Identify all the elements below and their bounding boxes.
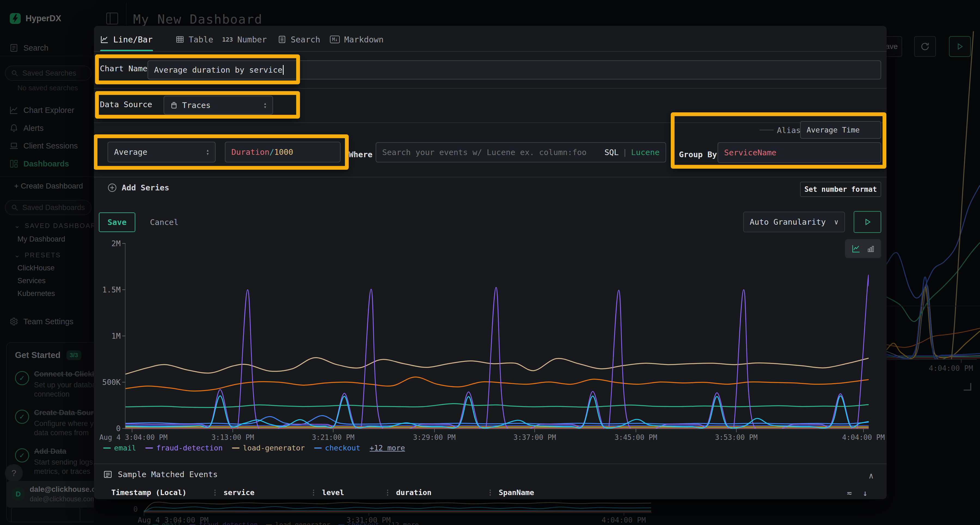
chart-name-input[interactable]: Average duration by service [148, 60, 881, 79]
column-separator[interactable]: ⋮ [310, 488, 317, 496]
download-icon[interactable]: ↓ [863, 488, 867, 498]
chart-legend: emailfraud-detectionload-generatorchecko… [103, 444, 405, 452]
where-placeholder: Search your events w/ Lucene ex. column:… [382, 148, 587, 157]
table-header-spanname[interactable]: SpanName [499, 488, 608, 497]
ytick-label: 2M [95, 239, 121, 248]
legend-label: +12 more [370, 444, 405, 452]
column-separator[interactable]: ⋮ [487, 488, 494, 496]
xtick-mark [535, 429, 535, 432]
xtick-mark [863, 429, 864, 432]
divider [94, 463, 887, 464]
table-header-service[interactable]: service [223, 488, 305, 497]
sample-matched-events-label: Sample Matched Events [118, 470, 218, 479]
tab-label: Line/Bar [113, 35, 153, 44]
aggregation-value: Average [114, 148, 147, 157]
data-source-select[interactable]: Traces ▴▾ [164, 96, 273, 114]
chart-name-value: Average duration by service [154, 65, 282, 75]
sample-matched-events-header[interactable]: Sample Matched Events [103, 470, 218, 479]
tab-label: Markdown [344, 35, 383, 44]
divider [94, 122, 887, 123]
alias-input[interactable]: Average Time [800, 121, 881, 139]
collapse-chevron-icon[interactable]: ∧ [869, 471, 873, 481]
series-email [125, 404, 869, 408]
set-number-format-label: Set number format [804, 185, 877, 194]
list-doc-icon [278, 35, 286, 44]
legend-item-email[interactable]: email [103, 444, 136, 452]
series-fraud-detection [125, 275, 869, 428]
ytick-mark [122, 382, 126, 382]
filter-icon[interactable]: ≂ [847, 488, 851, 498]
field-expression-input[interactable]: Duration/1000 [225, 142, 340, 162]
field-name: Duration [231, 148, 269, 157]
tab-label: Search [291, 35, 320, 44]
divider [94, 88, 887, 89]
tab-table[interactable]: Table [176, 32, 213, 47]
xtick-label: 3:37:00 PM [502, 433, 567, 441]
aggregation-select[interactable]: Average ▴▾ [108, 142, 216, 162]
save-label: Save [108, 217, 127, 227]
database-icon [170, 101, 178, 109]
group-by-value: ServiceName [724, 148, 776, 157]
events-table-header: Timestamp (Local)⋮service⋮level⋮duration… [111, 488, 846, 497]
granularity-select[interactable]: Auto Granularity ∨ [743, 212, 845, 232]
ytick-label: 1M [95, 331, 121, 341]
tab-markdown[interactable]: M↓ Markdown [330, 32, 383, 47]
ytick-label: 1.5M [95, 285, 121, 294]
table-header-timestamp-local-[interactable]: Timestamp (Local) [111, 488, 207, 497]
granularity-value: Auto Granularity [750, 217, 826, 227]
group-by-input[interactable]: ServiceName [718, 142, 881, 163]
set-number-format-button[interactable]: Set number format [800, 182, 881, 197]
chevron-down-icon: ∨ [834, 218, 838, 226]
tab-line-bar[interactable]: Line/Bar [100, 32, 153, 47]
table-header-level[interactable]: level [322, 488, 379, 497]
lucene-mode-button[interactable]: Lucene [631, 148, 660, 157]
column-separator[interactable]: ⋮ [384, 488, 391, 496]
xtick-mark [333, 429, 334, 432]
x-axis-line [125, 428, 869, 429]
sql-mode-button[interactable]: SQL [605, 148, 619, 157]
where-input[interactable]: Search your events w/ Lucene ex. column:… [375, 142, 666, 162]
series-orange-service [125, 377, 869, 391]
legend-dash [145, 447, 153, 449]
ytick-label: 500K [95, 378, 121, 387]
chart-name-label: Chart Name [100, 64, 148, 73]
table-header-duration[interactable]: duration [396, 488, 482, 497]
cancel-button[interactable]: Cancel [150, 217, 178, 227]
alias-connector-line [759, 130, 774, 130]
tab-number[interactable]: 123 Number [222, 32, 267, 47]
column-separator[interactable]: ⋮ [212, 488, 219, 496]
xtick-mark [736, 429, 737, 432]
line-chart-icon [100, 35, 109, 44]
number-123-icon: 123 [222, 36, 233, 43]
preview-chart[interactable] [125, 243, 869, 428]
run-query-button[interactable] [854, 211, 881, 233]
xtick-mark [232, 429, 233, 432]
where-label: Where [349, 150, 372, 159]
save-button[interactable]: Save [99, 213, 135, 232]
ytick-mark [122, 243, 126, 244]
legend-item-load-generator[interactable]: load-generator [232, 444, 305, 452]
legend-label: email [114, 444, 136, 452]
edit-chart-modal: Line/Bar Table 123 Number Search M↓ Mark… [94, 26, 887, 499]
data-source-value: Traces [182, 101, 211, 110]
xtick-label: Aug 4 3:04:00 PM [99, 433, 165, 441]
legend-dash [103, 447, 111, 449]
table-header-icons: ≂ ↓ [847, 488, 867, 498]
legend-item--12-more[interactable]: +12 more [370, 444, 405, 452]
legend-dash [314, 447, 322, 449]
add-series-label: Add Series [122, 183, 169, 192]
xtick-label: 3:29:00 PM [402, 433, 467, 441]
tab-search[interactable]: Search [278, 32, 320, 47]
plus-circle-icon [108, 183, 117, 192]
xtick-label: 3:45:00 PM [603, 433, 668, 441]
ytick-mark [122, 428, 126, 429]
add-series-button[interactable]: Add Series [108, 183, 169, 192]
tabbar-border [94, 51, 887, 52]
xtick-mark [132, 429, 132, 432]
legend-item-checkout[interactable]: checkout [314, 444, 360, 452]
ytick-mark [122, 289, 126, 290]
legend-item-fraud-detection[interactable]: fraud-detection [145, 444, 223, 452]
table-icon [176, 35, 184, 44]
mode-divider: | [622, 148, 627, 157]
legend-dash [232, 447, 240, 449]
